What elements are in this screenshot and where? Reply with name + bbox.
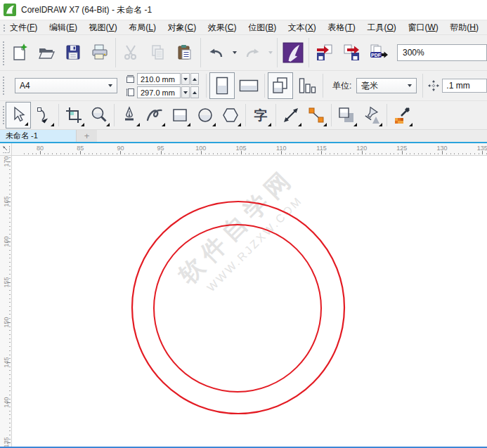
export-icon xyxy=(342,43,361,62)
polygon-tool[interactable] xyxy=(218,102,243,129)
coreldraw-app-icon xyxy=(4,4,16,16)
ruler-label: 85 xyxy=(77,145,84,152)
document-tab-label: 未命名 -1 xyxy=(6,131,38,141)
text-tool[interactable]: 字 xyxy=(248,102,273,129)
document-tab-bar: 未命名 -1 + xyxy=(0,130,487,143)
page-width-field[interactable]: 210.0 mm xyxy=(137,73,181,85)
ruler-label: 95 xyxy=(157,145,164,152)
menu-item-10[interactable]: 工具(O) xyxy=(367,22,396,34)
menu-item-5[interactable]: 对象(C) xyxy=(168,22,197,34)
drop-shadow-tool[interactable] xyxy=(334,102,359,129)
rectangle-tool[interactable] xyxy=(167,102,193,129)
menu-item-4[interactable]: 布局(L) xyxy=(129,22,156,34)
undo-dropdown-button[interactable] xyxy=(230,38,239,67)
drawing-canvas[interactable]: 软件自学网 WWW.RJZXW.COM xyxy=(12,156,487,447)
save-button[interactable] xyxy=(60,38,86,67)
document-tab-active[interactable]: 未命名 -1 xyxy=(0,130,76,142)
copy-button[interactable] xyxy=(145,38,171,67)
menubar-grip[interactable] xyxy=(2,23,6,32)
vertical-ruler[interactable]: 135140145150155160165170 xyxy=(0,156,12,447)
toolbox-separator xyxy=(331,104,332,126)
toolbar-separator xyxy=(200,38,201,67)
ruler-label: 105 xyxy=(236,145,247,152)
toolbox-grip[interactable] xyxy=(1,105,5,126)
caret-down-icon xyxy=(408,84,412,87)
ruler-label: 125 xyxy=(396,145,407,152)
outer-circle[interactable] xyxy=(132,202,344,414)
page-height-field[interactable]: 297.0 mm xyxy=(137,86,181,98)
fill-tool-icon xyxy=(363,106,381,124)
portrait-page-icon xyxy=(214,76,230,95)
current-page-button[interactable] xyxy=(294,72,320,99)
caret-down-icon xyxy=(108,84,112,87)
inner-circle[interactable] xyxy=(154,225,321,392)
all-pages-button[interactable] xyxy=(268,72,293,99)
menu-item-11[interactable]: 窗口(W) xyxy=(408,22,438,34)
new-document-button[interactable] xyxy=(6,38,33,67)
dimension-tool-icon xyxy=(282,106,300,124)
ellipse-tool[interactable] xyxy=(193,102,218,129)
crop-tool-icon xyxy=(65,106,83,124)
export-button[interactable] xyxy=(338,38,365,67)
zoom-level-combo[interactable]: 300% xyxy=(397,44,487,61)
pen-tool[interactable] xyxy=(117,102,142,129)
menu-item-2[interactable]: 编辑(E) xyxy=(49,22,77,34)
import-button[interactable] xyxy=(311,38,338,67)
page-height-spin-down[interactable] xyxy=(181,86,190,98)
pen-tool-icon xyxy=(120,106,138,124)
new-document-tab-button[interactable]: + xyxy=(76,130,97,142)
pick-tool[interactable] xyxy=(6,102,31,129)
undo-button[interactable] xyxy=(203,38,230,67)
menu-item-6[interactable]: 效果(C) xyxy=(208,22,237,34)
toolbox: 字 xyxy=(0,100,487,130)
ruler-origin-corner[interactable] xyxy=(0,143,12,156)
menu-item-12[interactable]: 帮助(H) xyxy=(450,22,479,34)
publish-pdf-button[interactable]: PDF xyxy=(365,38,391,67)
ruler-label: 135 xyxy=(477,145,487,152)
crop-tool[interactable] xyxy=(61,102,86,129)
nudge-offset-field[interactable]: .1 mm xyxy=(442,79,487,93)
landscape-orientation-button[interactable] xyxy=(236,72,261,99)
zoom-tool[interactable] xyxy=(86,102,112,129)
artistic-media-tool[interactable] xyxy=(142,102,167,129)
shape-tool-icon xyxy=(34,106,53,124)
page-width-spin-up[interactable] xyxy=(190,73,199,85)
open-button[interactable] xyxy=(33,38,60,67)
interactive-fill-tool[interactable] xyxy=(359,102,384,129)
propbar-grip[interactable] xyxy=(1,75,5,96)
toolbar-grip[interactable] xyxy=(1,40,5,65)
page-height-spin-up[interactable] xyxy=(190,86,199,98)
menu-item-8[interactable]: 文本(X) xyxy=(288,22,316,34)
redo-dropdown-button[interactable] xyxy=(266,38,275,67)
redo-button[interactable] xyxy=(239,38,266,67)
menu-item-1[interactable]: 文件(F) xyxy=(10,22,37,34)
ruler-label: 90 xyxy=(117,145,124,152)
text-tool-icon: 字 xyxy=(254,109,268,122)
connector-tool[interactable] xyxy=(304,102,329,129)
dimension-tool[interactable] xyxy=(278,102,304,129)
page-height-icon xyxy=(126,88,135,97)
all-pages-icon xyxy=(271,77,290,95)
ruler-label: 130 xyxy=(437,145,448,152)
portrait-orientation-button[interactable] xyxy=(209,72,235,99)
page-width-spin-down[interactable] xyxy=(181,73,190,85)
page-size-combo[interactable]: A4 xyxy=(15,78,117,93)
paste-clipboard-icon xyxy=(175,43,195,62)
paste-button[interactable] xyxy=(171,38,198,67)
propbar-separator xyxy=(264,74,265,98)
artistic-media-icon xyxy=(145,106,164,124)
menu-item-7[interactable]: 位图(B) xyxy=(248,22,276,34)
application-launcher-button[interactable] xyxy=(280,38,306,67)
color-eyedropper-tool[interactable] xyxy=(389,102,415,129)
horizontal-ruler[interactable]: 80859095100105110115120125130135 xyxy=(12,143,487,156)
menu-item-9[interactable]: 表格(T) xyxy=(327,22,355,34)
units-combo[interactable]: 毫米 xyxy=(356,78,417,93)
print-button[interactable] xyxy=(86,38,113,67)
menu-item-3[interactable]: 视图(V) xyxy=(89,22,117,34)
ruler-label: 115 xyxy=(316,145,326,152)
cut-button[interactable] xyxy=(118,38,145,67)
cut-scissors-icon xyxy=(122,43,141,62)
shape-tool[interactable] xyxy=(31,102,56,129)
caret-down-icon xyxy=(183,78,188,81)
publish-pdf-icon: PDF xyxy=(368,43,388,62)
